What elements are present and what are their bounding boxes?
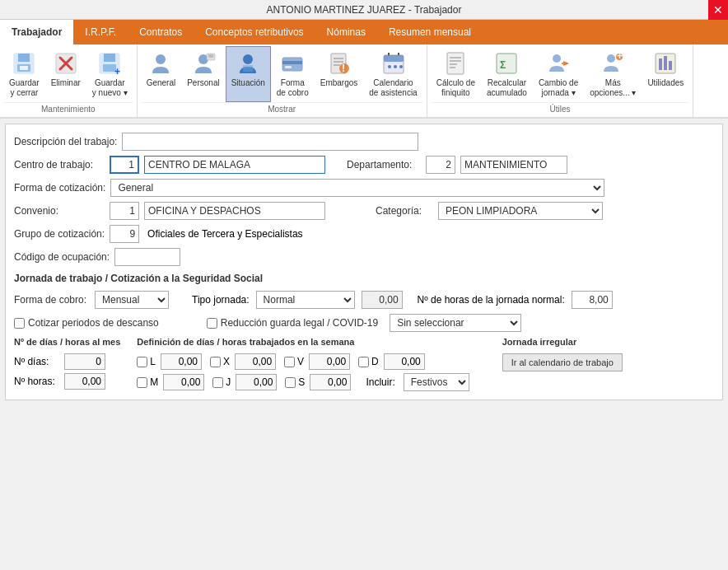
- centro-num-input[interactable]: [110, 156, 139, 174]
- incluir-select[interactable]: Festivos: [404, 373, 469, 391]
- jornada-irregular-title: Jornada irregular: [502, 337, 623, 347]
- ir-calendario-button[interactable]: Ir al calendario de trabajo: [502, 353, 623, 371]
- day-M-checkbox[interactable]: [137, 377, 147, 388]
- tab-resumen[interactable]: Resumen mensual: [377, 20, 483, 44]
- num-horas-input[interactable]: [64, 373, 105, 390]
- jornada-section: Forma de cobro: Mensual Tipo jornada: No…: [14, 291, 714, 391]
- svg-text:Σ: Σ: [500, 59, 506, 71]
- svg-rect-1: [18, 54, 30, 62]
- guardar-nuevo-button[interactable]: + Guardary nuevo ▾: [86, 46, 133, 102]
- close-button[interactable]: ✕: [708, 0, 728, 20]
- recalcular-button[interactable]: Σ Recalcularacumulado: [481, 46, 533, 102]
- day-S-checkbox[interactable]: [285, 377, 296, 388]
- forma-cobro-select[interactable]: Mensual: [95, 291, 169, 309]
- tab-trabajador[interactable]: Trabajador: [0, 20, 73, 44]
- day-X-input[interactable]: [235, 353, 276, 370]
- days-section: Nº de días / horas al mes Nº días: Nº ho…: [14, 337, 714, 391]
- categoria-select[interactable]: PEON LIMPIADORA: [438, 202, 603, 220]
- tab-irpf[interactable]: I.R.P.F.: [73, 20, 128, 44]
- day-V-input[interactable]: [309, 353, 350, 370]
- general-button[interactable]: General: [141, 46, 182, 102]
- tipo-jornada-label: Tipo jornada:: [192, 294, 250, 306]
- tipo-jornada-select[interactable]: Normal: [256, 291, 355, 309]
- num-dias-row: Nº días:: [14, 353, 120, 370]
- forma-cobro-label: Forma de cobro:: [14, 294, 88, 306]
- svg-point-31: [388, 65, 391, 68]
- departamento-label: Departamento:: [347, 159, 421, 171]
- descripcion-input[interactable]: [122, 133, 418, 151]
- day-S-input[interactable]: [310, 374, 351, 390]
- definicion-title: Definición de días / horas trabajados en…: [137, 337, 469, 347]
- svg-rect-20: [285, 66, 292, 68]
- personal-icon: [190, 50, 217, 77]
- horas-jornada-input[interactable]: [572, 291, 613, 309]
- day-J-checkbox[interactable]: [212, 377, 223, 388]
- forma-cobro-icon: [279, 50, 306, 77]
- main-content: Descripción del trabajo: Centro de traba…: [5, 124, 723, 400]
- codigo-row: Código de ocupación:: [14, 248, 714, 266]
- personal-button[interactable]: Personal: [181, 46, 225, 102]
- guardar-cerrar-icon: [11, 50, 37, 77]
- day-M: M: [137, 376, 158, 388]
- forma-cobro-button[interactable]: Formade cobro: [271, 46, 315, 102]
- cotizar-periodos-label: Cotizar periodos de descanso: [14, 317, 159, 329]
- calendario-label: Calendariode asistencia: [369, 78, 417, 98]
- convenio-name: OFICINA Y DESPACHOS: [144, 202, 325, 220]
- day-D-input[interactable]: [384, 353, 425, 370]
- svg-point-33: [399, 65, 403, 68]
- guardar-cerrar-button[interactable]: Guardary cerrar: [3, 46, 45, 102]
- svg-rect-48: [664, 56, 667, 70]
- reduccion-checkbox[interactable]: [207, 318, 217, 329]
- day-L-checkbox[interactable]: [137, 357, 147, 367]
- departamento-num-input[interactable]: [426, 156, 455, 174]
- jornada-row1: Forma de cobro: Mensual Tipo jornada: No…: [14, 291, 714, 309]
- day-X: X: [210, 356, 230, 367]
- cotizar-periodos-checkbox[interactable]: [14, 318, 25, 329]
- svg-rect-19: [282, 61, 302, 64]
- forma-cotizacion-select[interactable]: General: [110, 179, 604, 197]
- personal-label: Personal: [187, 78, 219, 88]
- calendario-button[interactable]: Calendariode asistencia: [363, 46, 422, 102]
- guardar-cerrar-label: Guardary cerrar: [9, 78, 40, 98]
- grupo-num-input[interactable]: [110, 225, 139, 243]
- day-M-input[interactable]: [163, 374, 204, 390]
- general-label: General: [147, 78, 176, 88]
- cambio-jornada-button[interactable]: Cambio dejornada ▾: [533, 46, 584, 102]
- cambio-jornada-label: Cambio dejornada ▾: [539, 78, 578, 98]
- categoria-label: Categoría:: [376, 205, 433, 217]
- eliminar-button[interactable]: Eliminar: [45, 46, 86, 102]
- convenio-num-input[interactable]: [110, 202, 139, 220]
- grupo-label: Grupo de cotización:: [14, 228, 105, 240]
- eliminar-label: Eliminar: [51, 78, 81, 88]
- utilidades-icon: [652, 50, 679, 77]
- codigo-label: Código de ocupación:: [14, 251, 110, 263]
- day-D-checkbox[interactable]: [358, 357, 369, 367]
- day-V: V: [284, 356, 304, 367]
- tab-contratos[interactable]: Contratos: [128, 20, 194, 44]
- situacion-label: Situación: [231, 78, 265, 88]
- num-dias-input[interactable]: [64, 353, 105, 370]
- grupo-name: Oficiales de Tercera y Especialistas: [147, 228, 303, 240]
- embargos-button[interactable]: ! Embargos: [315, 46, 364, 102]
- guardar-nuevo-label: Guardary nuevo ▾: [92, 78, 128, 98]
- forma-cotizacion-row: Forma de cotización: General: [14, 179, 714, 197]
- tab-conceptos[interactable]: Conceptos retributivos: [194, 20, 315, 44]
- sin-seleccionar-select[interactable]: Sin seleccionar: [390, 314, 521, 332]
- svg-rect-34: [447, 53, 464, 74]
- tipo-jornada-hours-input[interactable]: [362, 291, 403, 309]
- day-X-checkbox[interactable]: [210, 357, 221, 367]
- svg-point-41: [553, 54, 561, 63]
- situacion-button[interactable]: Situación: [226, 46, 271, 102]
- calculo-finiquito-button[interactable]: Cálculo definiquito: [431, 46, 481, 102]
- day-D: D: [358, 356, 379, 367]
- day-L-input[interactable]: [161, 353, 202, 370]
- svg-point-43: [607, 54, 615, 63]
- day-J-input[interactable]: [236, 374, 277, 390]
- utilidades-button[interactable]: Utilidades: [642, 46, 689, 102]
- mas-opciones-button[interactable]: + Másopciones... ▾: [584, 46, 642, 102]
- codigo-input[interactable]: [114, 248, 180, 266]
- reduccion-label: Reducción guarda legal / COVID-19: [207, 317, 378, 329]
- tab-nominas[interactable]: Nóminas: [315, 20, 377, 44]
- forma-cobro-label: Formade cobro: [277, 78, 309, 98]
- day-V-checkbox[interactable]: [284, 357, 295, 367]
